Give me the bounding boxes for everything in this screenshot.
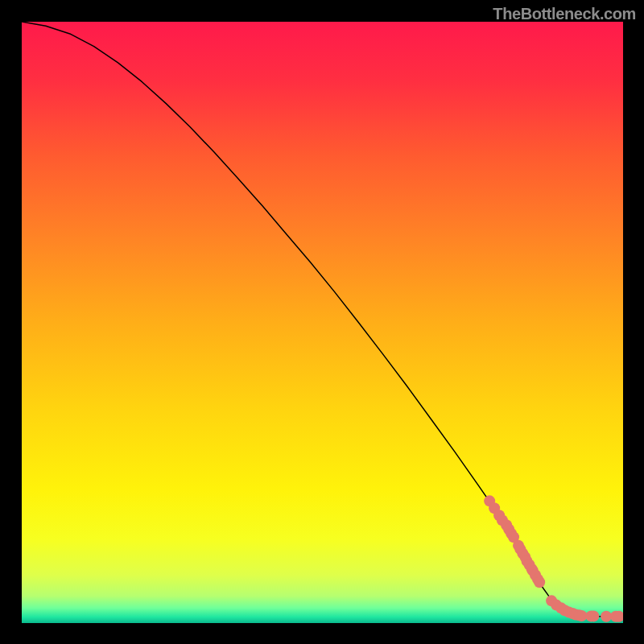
data-point <box>588 610 599 621</box>
attribution-text: TheBottleneck.com <box>493 5 636 23</box>
gradient-background <box>22 22 623 623</box>
plot-area <box>22 22 623 623</box>
chart-canvas <box>22 22 623 623</box>
data-point <box>576 610 587 621</box>
data-point <box>601 611 612 622</box>
data-point <box>534 576 545 588</box>
chart-frame: TheBottleneck.com <box>0 0 644 644</box>
